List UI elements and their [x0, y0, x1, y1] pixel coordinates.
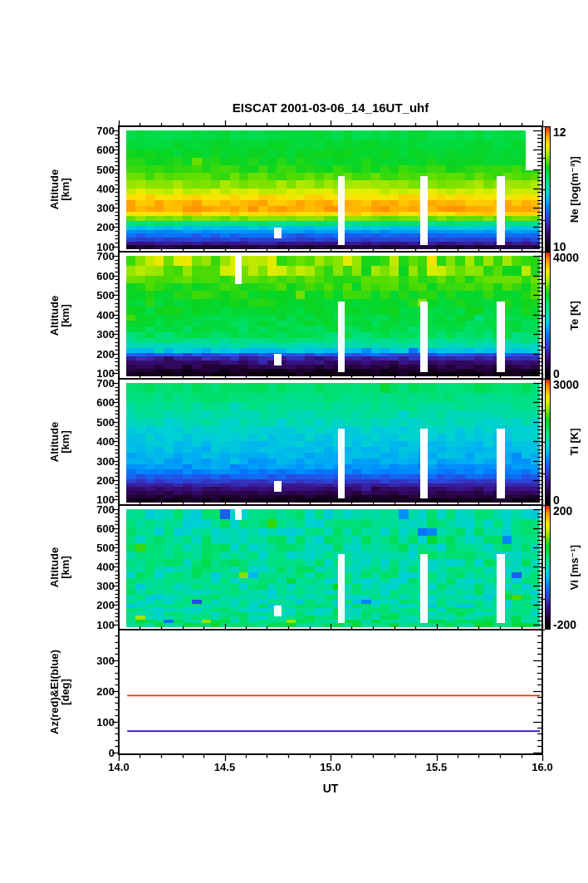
- y-tick-label: 200: [71, 474, 115, 487]
- y-tick-label: 500: [71, 416, 115, 429]
- panel-y-axis-label-Ne: Altitude[km]: [49, 169, 71, 208]
- x-tick-label: 15.5: [415, 761, 458, 773]
- x-tick-label: 14.5: [203, 761, 247, 773]
- y-tick-label: 0: [71, 747, 115, 759]
- colorbar-title-Ne: Ne [log(m⁻³)]: [569, 156, 580, 223]
- x-axis-title: UT: [323, 782, 339, 795]
- x-tick-label: 14.0: [97, 761, 140, 773]
- eiscat-plot: EISCAT 2001-03-06_14_16UT_uhf UT Altitud…: [0, 0, 588, 883]
- colorbar-max-label: 3000: [553, 378, 579, 391]
- y-tick-label: 100: [71, 619, 115, 631]
- colorbar-title-Ti: Ti [K]: [569, 429, 580, 456]
- colorbar-max-label: 4000: [553, 251, 579, 264]
- y-tick-label: 500: [71, 542, 115, 554]
- y-tick-label: 300: [71, 328, 115, 341]
- y-tick-label: 300: [71, 580, 115, 592]
- y-tick-label: 200: [71, 599, 115, 611]
- panel-y-axis-label-AzEl: Az(red)&El(blue)[deg]: [49, 650, 71, 734]
- colorbar-title-Te: Te [K]: [569, 301, 580, 331]
- y-tick-label: 600: [71, 144, 115, 156]
- y-tick-label: 400: [71, 183, 115, 195]
- panel-y-axis-label-Vi: Altitude[km]: [49, 547, 71, 587]
- panel-y-axis-label-Te: Altitude[km]: [49, 295, 71, 335]
- chart-title: EISCAT 2001-03-06_14_16UT_uhf: [233, 101, 429, 115]
- y-tick-label: 300: [71, 655, 115, 667]
- y-tick-label: 400: [71, 435, 115, 448]
- y-tick-label: 700: [71, 377, 115, 390]
- y-tick-label: 700: [71, 125, 115, 137]
- x-tick-label: 16.0: [521, 761, 564, 773]
- y-tick-label: 700: [71, 250, 115, 262]
- y-tick-label: 300: [71, 202, 115, 214]
- y-tick-label: 500: [71, 289, 115, 302]
- colorbar-title-Vi: Vi [ms⁻¹]: [569, 545, 580, 590]
- x-tick-label: 15.0: [309, 761, 352, 773]
- colorbar-min-label: -200: [553, 618, 576, 631]
- y-tick-label: 600: [71, 522, 115, 535]
- panel-y-axis-label-Ti: Altitude[km]: [49, 422, 71, 462]
- y-tick-label: 200: [71, 221, 115, 233]
- y-tick-label: 600: [71, 396, 115, 409]
- y-tick-label: 200: [71, 685, 115, 698]
- y-tick-label: 200: [71, 348, 115, 361]
- y-tick-label: 100: [71, 716, 115, 728]
- y-tick-label: 300: [71, 455, 115, 468]
- y-tick-label: 400: [71, 309, 115, 321]
- y-tick-label: 500: [71, 164, 115, 176]
- colorbar-max-label: 12: [553, 125, 566, 139]
- y-tick-label: 600: [71, 270, 115, 282]
- y-tick-label: 700: [71, 503, 115, 516]
- colorbar-max-label: 200: [553, 504, 572, 518]
- y-tick-label: 400: [71, 561, 115, 573]
